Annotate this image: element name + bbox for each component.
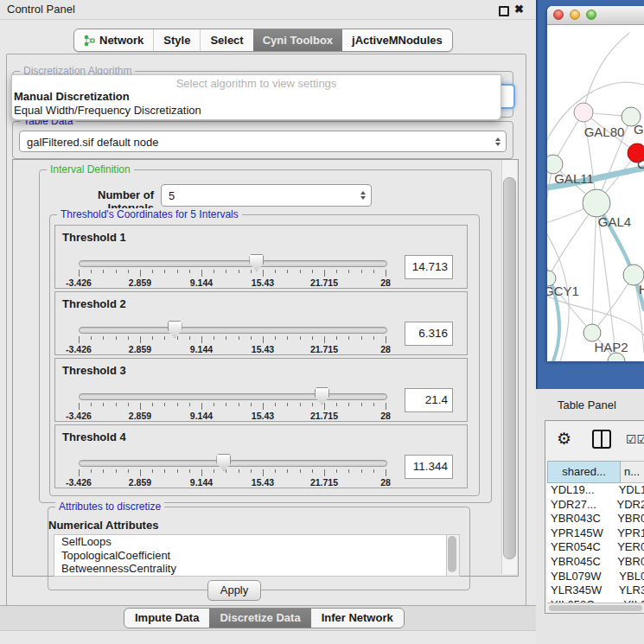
table-row[interactable]: YPR145WYPR1...	[547, 526, 644, 541]
network-node-label: H	[639, 282, 644, 296]
cell-name: YBR0...	[614, 555, 644, 570]
cell-name: YER0...	[614, 540, 644, 555]
settings-scrollbar-thumb[interactable]	[503, 177, 516, 559]
table-hscrollbar-track[interactable]	[547, 603, 644, 613]
threshold-value-field[interactable]: 21.4	[405, 388, 453, 412]
tab-discretize-data[interactable]: Discretize Data	[209, 609, 310, 628]
network-node[interactable]	[583, 189, 610, 217]
threshold-slider-track[interactable]	[79, 260, 387, 267]
attributes-group-label: Attributes to discretize	[55, 501, 164, 513]
slider-ticks	[79, 403, 386, 411]
table-data-combo-value: galFiltered.sif default node	[27, 135, 158, 148]
cell-name: YLR3...	[615, 583, 644, 598]
apply-button[interactable]: Apply	[207, 580, 261, 601]
popup-option-equal-width[interactable]: Equal Width/Frequency Discretization	[12, 104, 501, 118]
cell-shared-name: YBR043C	[547, 512, 614, 526]
popup-option-manual[interactable]: Manual Discretization	[12, 90, 501, 104]
threshold-slider-track[interactable]	[79, 327, 387, 334]
table-hscrollbar-thumb[interactable]	[549, 605, 642, 611]
threshold-slider-thumb[interactable]	[249, 254, 264, 271]
thresholds-group-label: Threshold's Coordinates for 5 Intervals	[57, 208, 242, 220]
threshold-box: Threshold 4-3.4262.8599.14415.4321.71528…	[54, 424, 468, 488]
tab-style[interactable]: Style	[153, 29, 200, 51]
table-row[interactable]: YDR27...YDR2...	[547, 498, 644, 513]
network-node-label: GAL4	[598, 214, 631, 229]
table-row[interactable]: YLR345WYLR3...	[547, 583, 644, 598]
tab-jactivemnodules[interactable]: jActiveMNodules	[342, 29, 452, 51]
network-node-label: GCY1	[547, 284, 579, 298]
combo-spinner-icon	[495, 137, 501, 146]
column-header-name[interactable]: n...	[621, 461, 644, 483]
cell-shared-name: YER054C	[547, 540, 614, 555]
threshold-slider-thumb[interactable]	[216, 454, 231, 471]
table-row[interactable]: YBL079WYBL0...	[547, 570, 644, 584]
number-of-intervals-value: 5	[169, 189, 175, 202]
number-of-intervals-combo[interactable]: 5	[161, 184, 372, 207]
table-row[interactable]: YBR043CYBR0...	[547, 512, 644, 526]
cell-name: YDR2...	[613, 498, 644, 513]
cell-shared-name: YDL19...	[547, 483, 615, 498]
bottom-tab-bar: Impute DataDiscretize DataInfer Network	[124, 608, 405, 628]
threshold-value-field[interactable]: 6.316	[405, 322, 453, 346]
interval-definition-label: Interval Definition	[47, 163, 134, 175]
cell-shared-name: YPR145W	[547, 526, 614, 541]
table-row[interactable]: YER054CYER0...	[547, 540, 644, 555]
table-header: shared... n...	[547, 461, 644, 483]
zoom-traffic-light-icon[interactable]	[586, 10, 596, 20]
column-header-shared-name[interactable]: shared...	[547, 461, 621, 483]
slider-ticks	[79, 336, 386, 344]
tab-network[interactable]: Network	[74, 29, 153, 51]
columns-icon[interactable]	[592, 430, 611, 449]
top-tab-bar: NetworkStyleSelectCyni ToolboxjActiveMNo…	[73, 29, 453, 52]
network-window-titlebar[interactable]	[547, 6, 644, 25]
tab-cyni-toolbox[interactable]: Cyni Toolbox	[253, 29, 342, 51]
network-node[interactable]	[583, 324, 601, 341]
float-window-icon[interactable]	[499, 6, 509, 16]
threshold-label: Threshold 1	[62, 231, 126, 244]
network-node-label: GAL	[634, 122, 644, 137]
threshold-value-field[interactable]: 11.344	[405, 455, 453, 479]
table-container: ⚙ ☑☑ shared... n... YDL19...YDL1...YDR27…	[545, 420, 644, 614]
threshold-label: Threshold 3	[62, 364, 126, 377]
threshold-slider-track[interactable]	[79, 460, 387, 467]
window-title: Control Panel	[7, 3, 75, 16]
cell-name: YBR0...	[614, 512, 644, 526]
table-row[interactable]: YDL19...YDL1...	[547, 483, 644, 498]
attributes-scrollbar-thumb[interactable]	[448, 536, 456, 572]
network-node[interactable]	[574, 103, 593, 122]
slider-tick-labels: -3.4262.8599.14415.4321.71528	[79, 477, 386, 488]
numerical-attributes-label: Numerical Attributes	[48, 519, 158, 532]
attribute-list-item[interactable]: SelfLoops	[54, 535, 446, 549]
close-traffic-light-icon[interactable]	[553, 10, 564, 20]
slider-tick-labels: -3.4262.8599.14415.4321.71528	[79, 277, 386, 288]
minimize-traffic-light-icon[interactable]	[570, 10, 580, 20]
tab-impute-data[interactable]: Impute Data	[124, 609, 209, 628]
table-panel-section: Table Panel ⚙ ☑☑ shared... n... YDL19...…	[536, 389, 644, 644]
gear-icon[interactable]: ⚙	[557, 429, 571, 449]
close-icon[interactable]: ✖	[514, 3, 524, 16]
table-toolbar: ⚙ ☑☑	[545, 421, 644, 461]
attribute-list-item[interactable]: BetweennessCentrality	[54, 562, 446, 576]
threshold-label: Threshold 4	[62, 430, 126, 443]
threshold-slider-thumb[interactable]	[168, 321, 182, 338]
tab-select[interactable]: Select	[200, 29, 252, 51]
network-window: GAL80GALCGAL11GAL4GCY1HHAP2	[547, 6, 644, 361]
cell-name: YPR1...	[614, 526, 644, 541]
table-row[interactable]: YBR045CYBR0...	[547, 555, 644, 570]
network-node-label: C	[637, 156, 644, 171]
threshold-value-field[interactable]: 14.713	[405, 255, 453, 279]
algorithm-popup: Select algorithm to view settings Manual…	[11, 74, 501, 120]
cell-shared-name: YBR045C	[547, 555, 614, 570]
slider-tick-labels: -3.4262.8599.14415.4321.71528	[79, 411, 386, 421]
attribute-list-item[interactable]: TopologicalCoefficient	[54, 549, 446, 563]
threshold-slider-thumb[interactable]	[315, 387, 329, 405]
slider-tick-labels: -3.4262.8599.14415.4321.71528	[79, 344, 386, 354]
table-data-combo[interactable]: galFiltered.sif default node	[19, 131, 507, 152]
table-panel-title: Table Panel	[558, 399, 616, 411]
threshold-slider-track[interactable]	[79, 393, 387, 400]
popup-hint: Select algorithm to view settings	[12, 75, 501, 90]
titlebar: Control Panel ✖	[0, 0, 536, 20]
network-canvas[interactable]: GAL80GALCGAL11GAL4GCY1HHAP2	[547, 24, 644, 361]
checkbox-icons[interactable]: ☑☑	[626, 432, 644, 446]
tab-infer-network[interactable]: Infer Network	[311, 609, 404, 628]
